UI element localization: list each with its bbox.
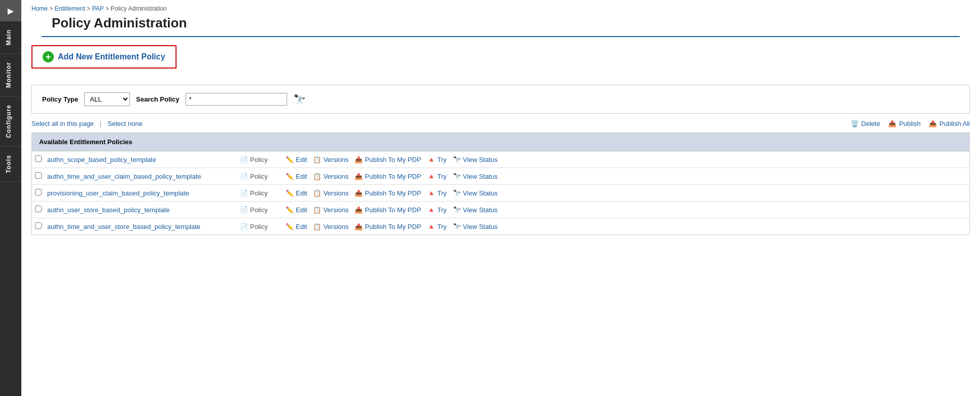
policy-name-link-3[interactable]: provisioning_user_claim_based_policy_tem…	[47, 189, 189, 197]
versions-link-1[interactable]: 📋 Versions	[313, 156, 348, 163]
publish-pdp-icon-5: 📤	[355, 223, 363, 230]
row-checkbox-3[interactable]	[35, 189, 47, 197]
search-button[interactable]: 🔭	[293, 93, 306, 106]
edit-link-2[interactable]: ✏️ Edit	[286, 173, 307, 180]
sidebar-item-main[interactable]: Main	[0, 21, 21, 54]
sidebar-item-monitor[interactable]: Monitor	[0, 54, 21, 96]
checkbox-4[interactable]	[35, 206, 42, 212]
select-all-link[interactable]: Select all in this page	[31, 120, 94, 127]
edit-link-4[interactable]: ✏️ Edit	[286, 206, 307, 214]
versions-link-3[interactable]: 📋 Versions	[313, 189, 348, 197]
row-actions-5: ✏️ Edit 📋 Versions 📤 Publish To My PDP 🔺…	[286, 223, 966, 230]
breadcrumb-pap[interactable]: PAP	[92, 5, 103, 12]
table-row: authn_time_and_user_store_based_policy_t…	[32, 218, 969, 235]
publish-icon: 📤	[888, 120, 896, 127]
publish-pdp-link-3[interactable]: 📤 Publish To My PDP	[355, 189, 421, 197]
policy-name-link-2[interactable]: authn_time_and_user_claim_based_policy_t…	[47, 173, 201, 180]
search-policy-input[interactable]	[186, 93, 287, 106]
row-checkbox-1[interactable]	[35, 155, 47, 163]
publish-link[interactable]: 📤 Publish	[888, 120, 921, 127]
policy-icon-5: 📄	[240, 223, 248, 230]
publish-pdp-icon-1: 📤	[355, 156, 363, 163]
policy-name-link-5[interactable]: authn_time_and_user_store_based_policy_t…	[47, 223, 200, 230]
view-status-icon-2: 🔭	[453, 173, 461, 180]
row-checkbox-2[interactable]	[35, 172, 47, 180]
actions-bar: Select all in this page | Select none 🗑️…	[31, 120, 970, 127]
publish-pdp-link-1[interactable]: 📤 Publish To My PDP	[355, 156, 421, 163]
publish-pdp-icon-2: 📤	[355, 173, 363, 180]
row-name-2: authn_time_and_user_claim_based_policy_t…	[47, 173, 240, 180]
versions-icon-3: 📋	[313, 189, 321, 197]
checkbox-1[interactable]	[35, 155, 42, 162]
main-content: Home > Entitlement > PAP > Policy Admini…	[21, 0, 980, 396]
try-link-3[interactable]: 🔺 Try	[427, 189, 446, 197]
try-link-1[interactable]: 🔺 Try	[427, 156, 446, 163]
publish-pdp-link-2[interactable]: 📤 Publish To My PDP	[355, 173, 421, 180]
row-name-5: authn_time_and_user_store_based_policy_t…	[47, 223, 240, 230]
try-link-4[interactable]: 🔺 Try	[427, 206, 446, 214]
add-new-label: Add New Entitlement Policy	[58, 52, 165, 61]
publish-pdp-link-4[interactable]: 📤 Publish To My PDP	[355, 206, 421, 214]
binoculars-icon: 🔭	[293, 94, 306, 105]
table-row: provisioning_user_claim_based_policy_tem…	[32, 185, 969, 202]
row-actions-3: ✏️ Edit 📋 Versions 📤 Publish To My PDP 🔺…	[286, 189, 966, 197]
search-panel: Policy Type ALL POLICY_SET POLICY RULE S…	[31, 85, 970, 114]
policy-table: Available Entitlement Policies authn_sco…	[31, 133, 970, 235]
try-link-2[interactable]: 🔺 Try	[427, 173, 446, 180]
sidebar-item-tools[interactable]: Tools	[0, 147, 21, 182]
policy-type-2: Policy	[250, 173, 268, 180]
sidebar-item-configure[interactable]: Configure	[0, 96, 21, 147]
versions-link-4[interactable]: 📋 Versions	[313, 206, 348, 214]
sidebar-toggle-button[interactable]: ▶	[0, 0, 21, 21]
versions-link-5[interactable]: 📋 Versions	[313, 223, 348, 230]
versions-link-2[interactable]: 📋 Versions	[313, 173, 348, 180]
policy-name-link-4[interactable]: authn_user_store_based_policy_template	[47, 206, 169, 214]
publish-pdp-icon-3: 📤	[355, 189, 363, 197]
view-status-link-3[interactable]: 🔭 View Status	[453, 189, 498, 197]
edit-link-3[interactable]: ✏️ Edit	[286, 189, 307, 197]
try-icon-4: 🔺	[427, 206, 435, 214]
edit-icon-2: ✏️	[286, 173, 294, 180]
edit-label-1: Edit	[296, 156, 307, 163]
checkbox-5[interactable]	[35, 222, 42, 229]
add-icon: +	[43, 51, 54, 62]
view-status-link-4[interactable]: 🔭 View Status	[453, 206, 498, 214]
publish-all-link[interactable]: 📤 Publish All	[929, 120, 970, 127]
view-status-icon-5: 🔭	[453, 223, 461, 230]
view-status-link-5[interactable]: 🔭 View Status	[453, 223, 498, 230]
policy-type-4: Policy	[250, 206, 268, 214]
view-status-icon-3: 🔭	[453, 189, 461, 197]
table-row: authn_user_store_based_policy_template 📄…	[32, 202, 969, 218]
add-new-entitlement-policy-button[interactable]: + Add New Entitlement Policy	[31, 45, 177, 69]
view-status-link-2[interactable]: 🔭 View Status	[453, 173, 498, 180]
delete-link[interactable]: 🗑️ Delete	[851, 120, 881, 127]
versions-label-1: Versions	[323, 156, 348, 163]
edit-link-1[interactable]: ✏️ Edit	[286, 156, 307, 163]
edit-link-5[interactable]: ✏️ Edit	[286, 223, 307, 230]
try-link-5[interactable]: 🔺 Try	[427, 223, 446, 230]
row-checkbox-5[interactable]	[35, 222, 47, 230]
row-actions-2: ✏️ Edit 📋 Versions 📤 Publish To My PDP 🔺…	[286, 173, 966, 180]
delete-icon: 🗑️	[851, 120, 859, 127]
checkbox-2[interactable]	[35, 172, 42, 179]
edit-icon-1: ✏️	[286, 156, 294, 163]
policy-name-link-1[interactable]: authn_scope_based_policy_template	[47, 156, 156, 163]
row-type-3: 📄 Policy	[240, 189, 286, 197]
publish-all-icon: 📤	[929, 120, 937, 127]
row-type-4: 📄 Policy	[240, 206, 286, 214]
checkbox-3[interactable]	[35, 189, 42, 195]
row-checkbox-4[interactable]	[35, 206, 47, 214]
policy-type-select[interactable]: ALL POLICY_SET POLICY RULE	[84, 92, 130, 106]
breadcrumb-current: Policy Administration	[111, 5, 167, 12]
publish-label: Publish	[899, 120, 921, 127]
select-none-link[interactable]: Select none	[108, 120, 143, 127]
table-row: authn_scope_based_policy_template 📄 Poli…	[32, 151, 969, 168]
row-name-3: provisioning_user_claim_based_policy_tem…	[47, 189, 240, 197]
table-row: authn_time_and_user_claim_based_policy_t…	[32, 168, 969, 185]
view-status-link-1[interactable]: 🔭 View Status	[453, 156, 498, 163]
breadcrumb-entitlement[interactable]: Entitlement	[55, 5, 85, 12]
view-status-label-1: View Status	[463, 156, 498, 163]
publish-pdp-link-5[interactable]: 📤 Publish To My PDP	[355, 223, 421, 230]
breadcrumb-home[interactable]: Home	[31, 5, 48, 12]
bulk-actions: 🗑️ Delete 📤 Publish 📤 Publish All	[851, 120, 970, 127]
